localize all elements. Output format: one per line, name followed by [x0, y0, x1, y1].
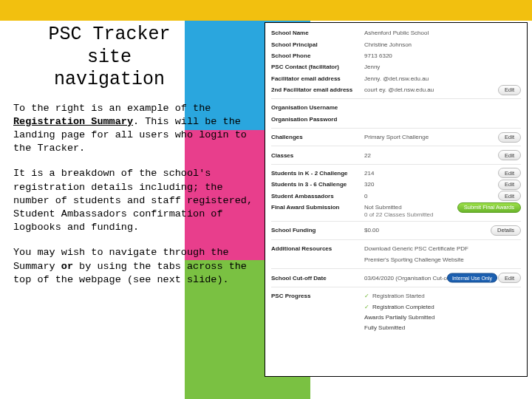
row-resources: Additional ResourcesDownload Generic PSC… [265, 243, 527, 254]
row-k2: Students in K - 2 Challenge214Edit [265, 168, 527, 179]
resource-link-2[interactable]: Premier's Sporting Challenge Website [364, 256, 521, 263]
check-icon: ✓ [364, 293, 369, 299]
row-progress: PSC Progress✓Registration Started [265, 290, 527, 301]
details-button[interactable]: Details [491, 225, 521, 236]
row-fac-email: Facilitator email addressJenny. @det.nsw… [265, 73, 527, 84]
row-org-pass: Organisation Password [265, 114, 527, 125]
paragraph-2: It is a breakdown of the school's regist… [13, 167, 260, 234]
row-cutoff: School Cut-off Date03/04/2020 (Organisat… [265, 272, 527, 283]
progress-item: ✓Registration Completed [265, 301, 527, 312]
top-decor-bar [0, 0, 532, 21]
registration-summary-panel: School NameAshenford Public School Schoo… [265, 22, 528, 377]
row-resources-2: Premier's Sporting Challenge Website [265, 254, 527, 265]
row-phone: School Phone9713 6320 [265, 50, 527, 61]
submit-final-awards-button[interactable]: Submit Final Awards [457, 202, 521, 213]
row-fac-email2: 2nd Facilitator email addresscourt ey. @… [265, 84, 527, 95]
edit-button[interactable]: Edit [498, 132, 521, 143]
paragraph-3: You may wish to navigate through the Sum… [13, 246, 260, 287]
row-psc-contact: PSC Contact (facilitator)Jenny [265, 61, 527, 72]
edit-button[interactable]: Edit [498, 85, 521, 95]
progress-item: Fully Submitted [265, 322, 527, 332]
row-school-name: School NameAshenford Public School [265, 27, 527, 38]
page-title: PSC Tracker site navigation [13, 24, 205, 92]
progress-item: Awards Partially Submitted [265, 312, 527, 322]
resource-link-1[interactable]: Download Generic PSC Certificate PDF [364, 245, 521, 252]
row-36: Students in 3 - 6 Challenge320Edit [265, 179, 527, 190]
paragraph-1: To the right is an example of the Regist… [13, 102, 260, 156]
registration-summary-label: Registration Summary [13, 116, 133, 127]
row-org-user: Organisation Username [265, 102, 527, 113]
row-final-award: Final Award SubmissionNot SubmittedSubmi… [265, 202, 527, 213]
edit-button[interactable]: Edit [498, 191, 521, 201]
internal-use-badge: Internal Use Only [447, 273, 497, 283]
edit-button[interactable]: Edit [498, 168, 521, 178]
check-icon: ✓ [364, 304, 369, 310]
edit-button[interactable]: Edit [498, 273, 521, 283]
row-principal: School PrincipalChristine Johnson [265, 38, 527, 50]
instruction-column: PSC Tracker site navigation To the right… [13, 24, 260, 299]
edit-button[interactable]: Edit [498, 150, 521, 160]
row-classes: Classes22Edit [265, 149, 527, 160]
row-challenges: ChallengesPrimary Sport ChallengeEdit [265, 132, 527, 143]
edit-button[interactable]: Edit [498, 180, 521, 190]
row-ambassadors: Student Ambassadors0Edit [265, 191, 527, 202]
row-funding: School Funding$0.00Details [265, 225, 527, 236]
